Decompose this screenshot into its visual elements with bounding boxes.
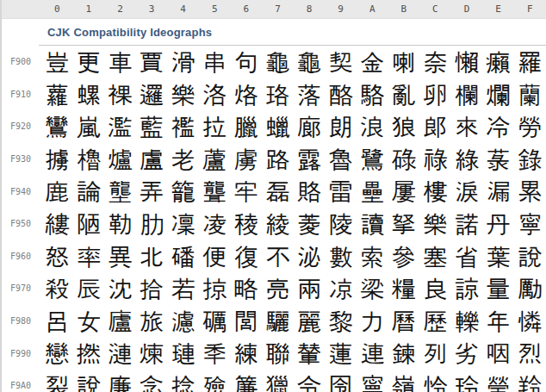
char-cell[interactable]: 蠟 [262, 110, 294, 143]
char-cell[interactable]: 螺 [73, 78, 105, 111]
char-cell[interactable]: 異 [104, 240, 136, 273]
char-cell[interactable]: 泌 [294, 240, 326, 273]
char-cell[interactable]: 黎 [325, 305, 357, 338]
char-cell[interactable]: 盧 [136, 143, 168, 176]
char-cell[interactable]: 撚 [73, 337, 105, 370]
char-cell[interactable]: 樂 [419, 208, 451, 240]
char-cell[interactable]: 裸 [104, 78, 136, 111]
char-cell[interactable]: 朗 [325, 110, 357, 143]
char-cell[interactable]: 襤 [167, 110, 199, 143]
char-cell[interactable]: 酪 [325, 78, 357, 111]
char-cell[interactable]: 曆 [388, 305, 420, 338]
char-cell[interactable]: 閭 [231, 305, 263, 338]
char-cell[interactable]: 樓 [419, 175, 451, 208]
char-cell[interactable]: 龜 [262, 46, 294, 78]
char-cell[interactable]: 數 [325, 240, 357, 273]
char-cell[interactable]: 梁 [357, 272, 388, 305]
char-cell[interactable]: 讀 [357, 208, 388, 240]
char-cell[interactable]: 練 [231, 337, 263, 370]
char-cell[interactable]: 串 [199, 46, 231, 78]
char-cell[interactable]: 廬 [104, 305, 136, 338]
char-cell[interactable]: 獵 [262, 370, 294, 392]
char-cell[interactable]: 雷 [325, 175, 357, 208]
char-cell[interactable]: 嶺 [388, 370, 420, 392]
char-cell[interactable]: 蘆 [199, 143, 231, 176]
char-cell[interactable]: 魯 [325, 143, 357, 176]
char-cell[interactable]: 轢 [451, 305, 483, 338]
char-cell[interactable]: 驪 [262, 305, 294, 338]
char-cell[interactable]: 礪 [199, 305, 231, 338]
char-cell[interactable]: 丹 [482, 208, 514, 240]
char-cell[interactable]: 懶 [451, 46, 483, 78]
char-cell[interactable]: 麗 [294, 305, 326, 338]
char-cell[interactable]: 落 [294, 78, 326, 111]
char-cell[interactable]: 殮 [199, 370, 231, 392]
char-cell[interactable]: 金 [357, 46, 388, 78]
char-cell[interactable]: 屢 [388, 175, 420, 208]
char-cell[interactable]: 連 [357, 337, 388, 370]
char-cell[interactable]: 濫 [104, 110, 136, 143]
char-cell[interactable]: 龜 [294, 46, 326, 78]
char-cell[interactable]: 肋 [136, 208, 168, 240]
char-cell[interactable]: 珞 [262, 78, 294, 111]
char-cell[interactable]: 擄 [41, 143, 73, 176]
char-cell[interactable]: 葉 [482, 240, 514, 273]
char-cell[interactable]: 更 [73, 46, 105, 78]
char-cell[interactable]: 鹿 [41, 175, 73, 208]
char-cell[interactable]: 量 [482, 272, 514, 305]
char-cell[interactable]: 綾 [262, 208, 294, 240]
char-cell[interactable]: 廉 [104, 370, 136, 392]
char-cell[interactable]: 亮 [262, 272, 294, 305]
char-cell[interactable]: 寧 [357, 370, 388, 392]
char-cell[interactable]: 簾 [231, 370, 263, 392]
char-cell[interactable]: 籠 [167, 175, 199, 208]
char-cell[interactable]: 輦 [294, 337, 326, 370]
char-cell[interactable]: 良 [419, 272, 451, 305]
char-cell[interactable]: 陋 [73, 208, 105, 240]
char-cell[interactable]: 浪 [357, 110, 388, 143]
char-cell[interactable]: 兩 [294, 272, 326, 305]
char-cell[interactable]: 烈 [514, 337, 546, 370]
char-cell[interactable]: 凌 [199, 208, 231, 240]
char-cell[interactable]: 亂 [388, 78, 420, 111]
char-cell[interactable]: 爐 [104, 143, 136, 176]
char-cell[interactable]: 殺 [41, 272, 73, 305]
char-cell[interactable]: 漣 [104, 337, 136, 370]
char-cell[interactable]: 憐 [514, 305, 546, 338]
char-cell[interactable]: 玲 [451, 370, 483, 392]
char-cell[interactable]: 說 [73, 370, 105, 392]
char-cell[interactable]: 列 [419, 337, 451, 370]
char-cell[interactable]: 菱 [294, 208, 326, 240]
char-cell[interactable]: 秊 [199, 337, 231, 370]
char-cell[interactable]: 羚 [514, 370, 546, 392]
char-cell[interactable]: 露 [294, 143, 326, 176]
char-cell[interactable]: 句 [231, 46, 263, 78]
char-cell[interactable]: 糧 [388, 272, 420, 305]
char-cell[interactable]: 戀 [41, 337, 73, 370]
char-cell[interactable]: 聾 [199, 175, 231, 208]
char-cell[interactable]: 勞 [514, 110, 546, 143]
char-cell[interactable]: 旅 [136, 305, 168, 338]
char-cell[interactable]: 拾 [136, 272, 168, 305]
char-cell[interactable]: 老 [167, 143, 199, 176]
char-cell[interactable]: 冷 [482, 110, 514, 143]
char-cell[interactable]: 烙 [231, 78, 263, 111]
char-cell[interactable]: 奈 [419, 46, 451, 78]
char-cell[interactable]: 略 [231, 272, 263, 305]
char-cell[interactable]: 郎 [419, 110, 451, 143]
char-cell[interactable]: 女 [73, 305, 105, 338]
char-cell[interactable]: 嵐 [73, 110, 105, 143]
char-cell[interactable]: 怜 [419, 370, 451, 392]
char-cell[interactable]: 北 [136, 240, 168, 273]
char-cell[interactable]: 鷺 [357, 143, 388, 176]
char-cell[interactable]: 拏 [388, 208, 420, 240]
char-cell[interactable]: 邏 [136, 78, 168, 111]
char-cell[interactable]: 漏 [482, 175, 514, 208]
char-cell[interactable]: 虜 [231, 143, 263, 176]
char-cell[interactable]: 狼 [388, 110, 420, 143]
char-cell[interactable]: 弄 [136, 175, 168, 208]
char-cell[interactable]: 歷 [419, 305, 451, 338]
char-cell[interactable]: 櫓 [73, 143, 105, 176]
char-cell[interactable]: 碌 [388, 143, 420, 176]
char-cell[interactable]: 賂 [294, 175, 326, 208]
